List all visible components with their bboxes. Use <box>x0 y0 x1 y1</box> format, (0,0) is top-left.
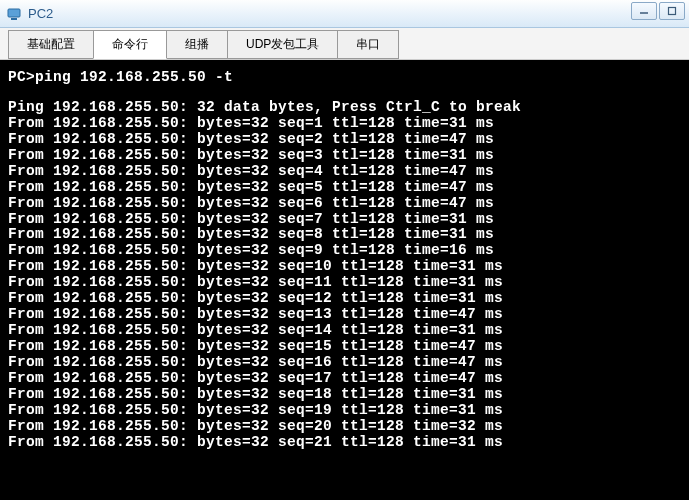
maximize-button[interactable] <box>659 2 685 20</box>
ping-reply-line: From 192.168.255.50: bytes=32 seq=8 ttl=… <box>8 227 681 243</box>
ping-reply-line: From 192.168.255.50: bytes=32 seq=6 ttl=… <box>8 196 681 212</box>
svg-rect-1 <box>11 18 17 20</box>
terminal-gap <box>8 86 681 100</box>
ping-reply-line: From 192.168.255.50: bytes=32 seq=7 ttl=… <box>8 212 681 228</box>
ping-reply-line: From 192.168.255.50: bytes=32 seq=3 ttl=… <box>8 148 681 164</box>
ping-replies: From 192.168.255.50: bytes=32 seq=1 ttl=… <box>8 116 681 451</box>
ping-reply-line: From 192.168.255.50: bytes=32 seq=10 ttl… <box>8 259 681 275</box>
tab-basic-config[interactable]: 基础配置 <box>8 30 94 59</box>
ping-reply-line: From 192.168.255.50: bytes=32 seq=19 ttl… <box>8 403 681 419</box>
ping-reply-line: From 192.168.255.50: bytes=32 seq=12 ttl… <box>8 291 681 307</box>
tab-label: 基础配置 <box>27 37 75 51</box>
ping-reply-line: From 192.168.255.50: bytes=32 seq=17 ttl… <box>8 371 681 387</box>
minimize-button[interactable] <box>631 2 657 20</box>
window-title: PC2 <box>28 6 53 21</box>
tab-label: UDP发包工具 <box>246 37 319 51</box>
tab-udp-tool[interactable]: UDP发包工具 <box>227 30 338 59</box>
svg-rect-3 <box>669 8 676 15</box>
svg-rect-0 <box>8 9 20 17</box>
tab-command-line[interactable]: 命令行 <box>93 30 167 59</box>
tab-bar: 基础配置 命令行 组播 UDP发包工具 串口 <box>0 28 689 60</box>
ping-reply-line: From 192.168.255.50: bytes=32 seq=13 ttl… <box>8 307 681 323</box>
ping-reply-line: From 192.168.255.50: bytes=32 seq=20 ttl… <box>8 419 681 435</box>
ping-reply-line: From 192.168.255.50: bytes=32 seq=5 ttl=… <box>8 180 681 196</box>
ping-reply-line: From 192.168.255.50: bytes=32 seq=2 ttl=… <box>8 132 681 148</box>
prompt-line: PC>ping 192.168.255.50 -t <box>8 70 681 86</box>
ping-header: Ping 192.168.255.50: 32 data bytes, Pres… <box>8 100 681 116</box>
tab-label: 串口 <box>356 37 380 51</box>
ping-reply-line: From 192.168.255.50: bytes=32 seq=18 ttl… <box>8 387 681 403</box>
tab-label: 命令行 <box>112 37 148 51</box>
ping-reply-line: From 192.168.255.50: bytes=32 seq=15 ttl… <box>8 339 681 355</box>
ping-reply-line: From 192.168.255.50: bytes=32 seq=16 ttl… <box>8 355 681 371</box>
tab-multicast[interactable]: 组播 <box>166 30 228 59</box>
app-icon <box>6 6 22 22</box>
tab-serial[interactable]: 串口 <box>337 30 399 59</box>
ping-reply-line: From 192.168.255.50: bytes=32 seq=14 ttl… <box>8 323 681 339</box>
terminal-output[interactable]: PC>ping 192.168.255.50 -t Ping 192.168.2… <box>0 60 689 500</box>
ping-reply-line: From 192.168.255.50: bytes=32 seq=1 ttl=… <box>8 116 681 132</box>
title-bar: PC2 <box>0 0 689 28</box>
tab-label: 组播 <box>185 37 209 51</box>
ping-reply-line: From 192.168.255.50: bytes=32 seq=4 ttl=… <box>8 164 681 180</box>
window-controls <box>631 2 685 20</box>
ping-reply-line: From 192.168.255.50: bytes=32 seq=9 ttl=… <box>8 243 681 259</box>
ping-reply-line: From 192.168.255.50: bytes=32 seq=11 ttl… <box>8 275 681 291</box>
ping-reply-line: From 192.168.255.50: bytes=32 seq=21 ttl… <box>8 435 681 451</box>
